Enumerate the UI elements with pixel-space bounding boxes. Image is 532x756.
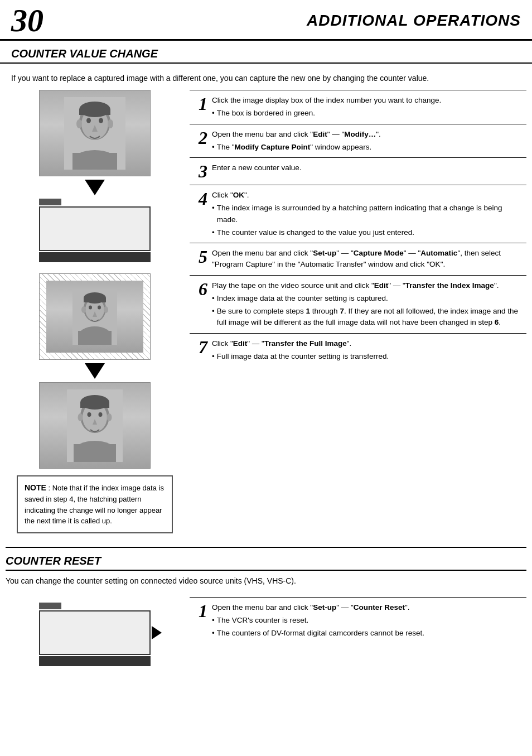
step-3-number: 3: [190, 162, 207, 180]
svg-rect-21: [84, 298, 106, 302]
step-6-main: Play the tape on the video source unit a…: [212, 280, 523, 291]
counter-display-box-1: [39, 199, 151, 262]
left-column: NOTE : Note that if the index image data…: [6, 90, 184, 533]
reset-step-1-main: Open the menu bar and click "Set-up" — "…: [212, 602, 523, 613]
svg-point-8: [108, 119, 113, 128]
step-4: 4 Click "OK". The index image is surroun…: [190, 185, 526, 243]
section2-intro: You can change the counter setting on co…: [6, 575, 526, 587]
face-illustration-1: [64, 97, 125, 170]
step-2-content: Open the menu bar and click "Edit" — "Mo…: [212, 129, 523, 153]
counter-top-bar-1: [39, 199, 61, 205]
step-3: 3 Enter a new counter value.: [190, 157, 526, 185]
step-1-main: Click the image display box of the index…: [212, 95, 523, 106]
reset-step-1-content: Open the menu bar and click "Set-up" — "…: [212, 602, 523, 639]
svg-point-14: [89, 305, 92, 309]
step-7-content: Click "Edit" — "Transfer the Full Image"…: [212, 338, 523, 363]
reset-left-column: [6, 597, 184, 666]
reset-display: [39, 603, 151, 666]
reset-step-1: 1 Open the menu bar and click "Set-up" —…: [190, 597, 526, 644]
step-6-bullet-2: Be sure to complete steps 1 through 7. I…: [212, 306, 523, 329]
step-5-main: Open the menu bar and click "Set-up" — "…: [212, 248, 523, 271]
step-5-content: Open the menu bar and click "Set-up" — "…: [212, 248, 523, 271]
step-6-number: 6: [190, 280, 207, 298]
step-4-number: 4: [190, 190, 207, 208]
svg-rect-10: [79, 109, 110, 115]
svg-point-18: [81, 306, 86, 313]
reset-step-1-bullet-2: The counters of DV-format digital camcor…: [212, 628, 523, 639]
step-7-main: Click "Edit" — "Transfer the Full Image"…: [212, 338, 523, 349]
svg-point-4: [99, 118, 103, 123]
reset-right-column: 1 Open the menu bar and click "Set-up" —…: [190, 597, 526, 666]
counter-bottom-bar-1: [39, 252, 151, 262]
step-7-bullet-1: Full image data at the counter setting i…: [212, 351, 523, 362]
step-6: 6 Play the tape on the video source unit…: [190, 275, 526, 333]
reset-bottom-bar: [39, 656, 151, 666]
svg-point-3: [86, 118, 91, 123]
svg-point-30: [107, 413, 112, 421]
reset-top-bar: [39, 603, 61, 609]
step-7: 7 Click "Edit" — "Transfer the Full Imag…: [190, 333, 526, 367]
step-1: 1 Click the image display box of the ind…: [190, 90, 526, 124]
section2-content: 1 Open the menu bar and click "Set-up" —…: [6, 593, 526, 666]
svg-point-19: [104, 306, 108, 313]
reset-step-1-number: 1: [190, 602, 207, 620]
svg-point-7: [76, 119, 82, 128]
step-4-bullet-2: The counter value is changed to the valu…: [212, 227, 523, 238]
step-1-bullet-1: The box is bordered in green.: [212, 108, 523, 119]
step-1-number: 1: [190, 95, 207, 113]
face-illustration-2: [72, 289, 117, 345]
step-4-main: Click "OK".: [212, 190, 523, 201]
svg-point-15: [98, 305, 101, 309]
hatch-photo: [46, 281, 143, 353]
step-2: 2 Open the menu bar and click "Edit" — "…: [190, 124, 526, 158]
header-title: ADDITIONAL OPERATIONS: [307, 12, 521, 30]
section1-title: COUNTER VALUE CHANGE: [0, 44, 532, 64]
step-2-main: Open the menu bar and click "Edit" — "Mo…: [212, 129, 523, 140]
note-label: NOTE: [25, 483, 46, 492]
step-3-content: Enter a new counter value.: [212, 162, 523, 174]
step-2-number: 2: [190, 129, 207, 147]
step-5-number: 5: [190, 248, 207, 266]
page: 30 ADDITIONAL OPERATIONS COUNTER VALUE C…: [0, 0, 532, 756]
step-7-number: 7: [190, 338, 207, 356]
counter-frame-1: [39, 206, 151, 251]
header: 30 ADDITIONAL OPERATIONS: [0, 0, 532, 41]
step-1-content: Click the image display box of the index…: [212, 95, 523, 119]
svg-point-29: [78, 413, 83, 421]
top-image: [39, 90, 151, 176]
note-box: NOTE : Note that if the index image data…: [17, 475, 173, 533]
reset-step-1-bullet-1: The VCR's counter is reset.: [212, 615, 523, 626]
step-4-content: Click "OK". The index image is surrounde…: [212, 190, 523, 238]
note-colon: :: [46, 484, 52, 492]
hatched-image: [39, 273, 151, 360]
right-column: 1 Click the image display box of the ind…: [190, 90, 526, 533]
section2: COUNTER RESET You can change the counter…: [0, 547, 532, 666]
svg-rect-28: [74, 444, 116, 462]
step-5: 5 Open the menu bar and click "Set-up" —…: [190, 243, 526, 275]
reset-arrow-right: [152, 626, 162, 639]
section1-content: NOTE : Note that if the index image data…: [0, 90, 532, 539]
step-2-bullet-1: The "Modify Capture Point" window appear…: [212, 142, 523, 153]
final-image: [39, 382, 151, 469]
svg-rect-6: [72, 153, 117, 170]
step-6-content: Play the tape on the video source unit a…: [212, 280, 523, 329]
svg-point-26: [99, 412, 103, 417]
reset-frame: [39, 610, 151, 655]
step-3-main: Enter a new counter value.: [212, 162, 523, 174]
step-4-bullet-1: The index image is surrounded by a hatch…: [212, 203, 523, 225]
step-6-bullet-1: Index image data at the counter setting …: [212, 293, 523, 304]
svg-rect-32: [80, 402, 109, 408]
face-illustration-3: [67, 389, 123, 462]
svg-point-25: [88, 412, 91, 417]
page-number: 30: [11, 4, 43, 37]
arrow-2: [85, 363, 105, 379]
section1-intro: If you want to replace a captured image …: [0, 69, 532, 90]
section2-title: COUNTER RESET: [6, 551, 526, 571]
section2-divider: [6, 547, 526, 548]
svg-rect-17: [78, 331, 112, 345]
arrow-1: [85, 180, 105, 195]
